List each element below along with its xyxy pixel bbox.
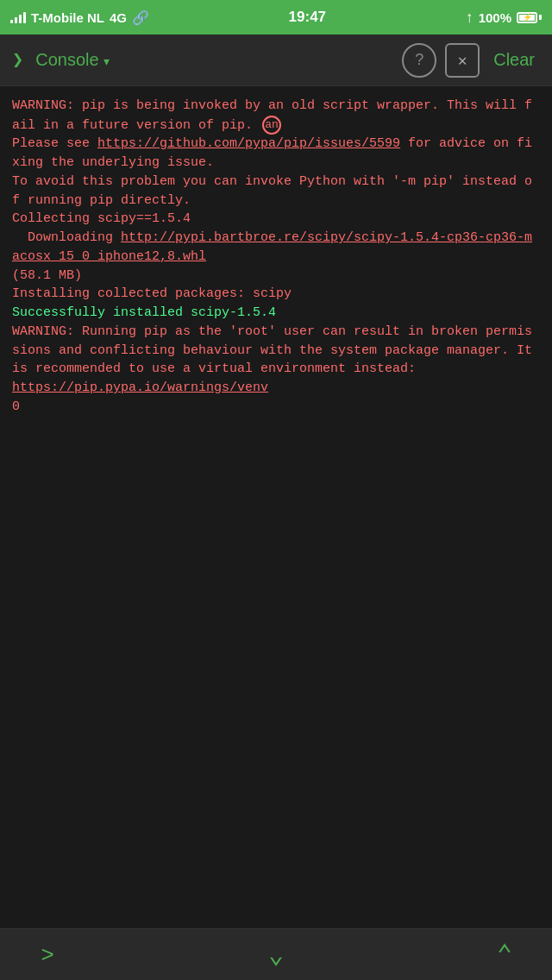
battery-percent-label: 100% [479,10,511,25]
console-title: Console ▾ [35,50,393,70]
signal-bar-1 [10,20,13,23]
console-output: WARNING: pip is being invoked by an old … [0,86,552,928]
bottom-bar: > ⌄ ⌃ [0,928,552,980]
scroll-down-button[interactable]: ⌄ [254,938,298,972]
download-link[interactable]: http://pypi.bartbroe.re/scipy/scipy-1.5.… [12,230,532,264]
console-line-3: To avoid this problem you can invoke Pyt… [12,173,540,210]
time-label: 19:47 [289,9,326,26]
toolbar: ❯ Console ▾ ? ✕ Clear [0,35,552,86]
dropdown-arrow-icon[interactable]: ▾ [104,54,110,68]
console-line-8: Successfully installed scipy-1.5.4 [12,304,540,323]
battery-icon: ⚡ [517,12,542,23]
link-icon: 🔗 [132,9,149,26]
console-line-1: WARNING: pip is being invoked by an old … [12,97,540,135]
navigation-arrow-icon: ↑ [466,9,474,27]
chevron-icon[interactable]: ❯ [12,48,23,72]
console-line-6: (58.1 MB) [12,267,540,286]
clear-button[interactable]: Clear [488,47,540,73]
console-line-11: 0 [12,398,540,417]
console-line-4: Collecting scipy==1.5.4 [12,210,540,229]
scroll-up-button[interactable]: ⌃ [483,938,526,972]
status-left: T-Mobile NL 4G 🔗 [10,9,149,26]
console-line-10: https://pip.pypa.io/warnings/venv [12,379,540,398]
status-right: ↑ 100% ⚡ [466,9,542,27]
carrier-label: T-Mobile NL [31,10,104,25]
github-link[interactable]: https://github.com/pypa/pip/issues/5599 [97,136,400,151]
console-line-9: WARNING: Running pip as the 'root' user … [12,323,540,379]
signal-bar-4 [23,12,26,23]
console-line-7: Installing collected packages: scipy [12,285,540,304]
help-icon: ? [415,51,423,69]
console-line-2: Please see https://github.com/pypa/pip/i… [12,135,540,173]
signal-bar-2 [15,17,17,23]
battery-bolt-icon: ⚡ [523,14,532,22]
status-bar: T-Mobile NL 4G 🔗 19:47 ↑ 100% ⚡ [0,0,552,35]
close-icon: ✕ [458,51,467,70]
console-line-5: Downloading http://pypi.bartbroe.re/scip… [12,229,540,267]
venv-link[interactable]: https://pip.pypa.io/warnings/venv [12,380,268,395]
circle-marker: an [262,116,281,135]
signal-bars [10,11,26,23]
help-button[interactable]: ? [402,43,436,78]
prompt-button[interactable]: > [26,938,69,972]
close-button[interactable]: ✕ [445,43,480,78]
network-label: 4G [110,10,127,25]
signal-bar-3 [19,15,22,23]
